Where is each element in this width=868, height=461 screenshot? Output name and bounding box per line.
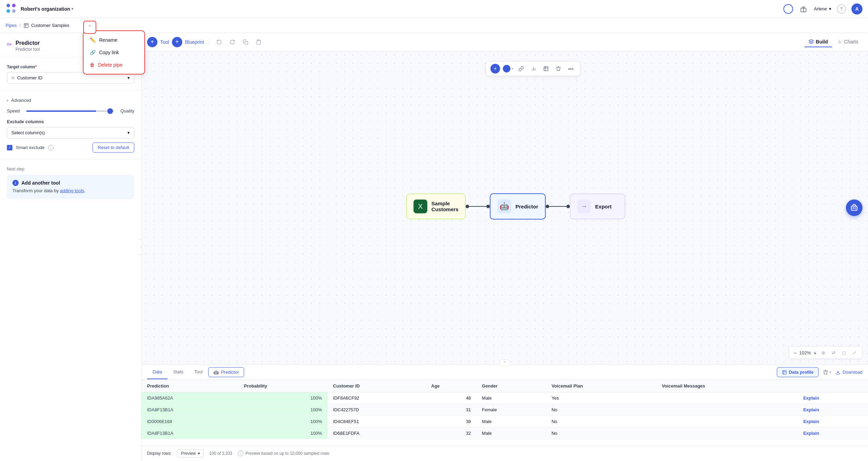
help-icon[interactable]: ? [837,4,846,13]
exclude-columns-select[interactable]: Select column(s) ▾ [7,127,134,138]
col-voicemail-plan: Voicemail Plan [546,380,656,392]
zoom-level: 102% [799,350,811,355]
collapse-sidebar-button[interactable]: ◀ [138,239,142,255]
color-dropdown-icon[interactable]: ▾ [512,67,513,70]
gift-icon[interactable] [799,4,808,14]
charts-tab[interactable]: Charts [833,37,862,47]
explain-link[interactable]: Explain [803,407,819,412]
trash-action[interactable]: ▾ [823,370,831,375]
next-step-section: Next step i Add another tool Transform y… [0,160,141,206]
blueprint-canvas[interactable]: + ▾ ••• [142,51,868,364]
breadcrumb-chevron-button[interactable]: ˅ [83,21,96,34]
quality-label: Quality [118,108,134,114]
speed-row: Speed Quality [7,108,134,114]
reset-to-default-button[interactable]: Reset to default [93,143,134,153]
smart-exclude-checkbox[interactable]: ✓ [7,145,12,150]
data-tab-stats[interactable]: Stats [167,365,189,379]
rename-icon: ✏️ [90,37,96,43]
color-selector-group[interactable]: ▾ [503,65,513,72]
export-image-button[interactable]: ◻ [840,349,848,356]
rename-item[interactable]: ✏️ Rename [84,34,144,46]
more-options-button[interactable]: ••• [566,64,576,73]
fit-view-button[interactable]: ⊕ [819,349,827,356]
prediction-cell: IDA8F13B1A [142,404,239,416]
undo-button[interactable] [214,37,224,47]
explain-link[interactable]: Explain [803,419,819,424]
dropdown-chevron-icon: ▾ [127,130,130,135]
next-step-description: Transform your data by adding tools. [12,187,129,194]
voicemail-plan-cell: No [546,428,656,439]
delete-node-button[interactable] [553,64,563,73]
source-node[interactable]: X Sample Customers [406,194,466,219]
paste-button[interactable] [253,37,264,47]
gender-cell: Male [476,416,546,428]
trash-icon: 🗑 [90,62,95,68]
smart-exclude-info-icon[interactable]: i [48,145,54,150]
svg-point-1 [12,4,16,7]
speed-slider[interactable] [26,110,114,112]
customer-id-cell: IDF8A6CF92 [328,392,426,404]
advanced-toggle[interactable]: › Advanced [7,98,134,103]
user-menu[interactable]: Arlene ▾ [814,6,831,11]
org-name[interactable]: Robert's organization ▾ [21,6,73,12]
build-icon [809,39,814,44]
table-icon [23,23,29,28]
download-button[interactable]: Download [836,370,862,375]
fullscreen-button[interactable]: ⤢ [850,349,858,356]
breadcrumb-bar: Pipes / Customer Samples ˅ ✏️ Rename 🔗 C… [0,18,868,33]
row-count: 100 of 3,333 [209,451,232,456]
table-row: ID0006E168 100% ID4C84EF51 39 Male No Ex… [142,416,868,428]
user-chevron-icon: ▾ [829,6,831,11]
node-add-button[interactable]: + [490,64,500,73]
predictor-tab-button[interactable]: 🤖 Predictor [208,367,244,377]
delete-pipe-item[interactable]: 🗑 Delete pipe [84,59,144,71]
redo-button[interactable] [227,37,238,47]
link-nodes-button[interactable] [516,64,526,73]
fab-button[interactable] [846,199,862,216]
table-view-button[interactable] [541,64,551,73]
blueprint-tab[interactable]: Blueprint [185,38,204,46]
explain-link[interactable]: Explain [803,395,819,401]
data-tabs: Data Stats Tool 🤖 Predictor [147,365,244,379]
voicemail-plan-cell: No [546,404,656,416]
col-age: Age [426,380,476,392]
copy-button[interactable] [240,37,251,47]
customer-id-cell: ID4C84EF51 [328,416,426,428]
preview-select[interactable]: Preview ▾ [177,449,204,458]
tool-tab[interactable]: Tool [160,38,169,46]
sidebar-title-text: Predictor Predictor tool [16,40,40,52]
explain-link[interactable]: Explain [803,431,819,436]
export-node[interactable]: → Export [570,194,625,219]
breadcrumb-pipes[interactable]: Pipes [6,23,17,28]
age-cell: 48 [426,392,476,404]
panel-expand-button[interactable]: ˅ [499,359,510,366]
customer-id-cell: IDC422757D [328,404,426,416]
zoom-in-button[interactable]: + [813,350,817,356]
next-step-label: Next step [7,167,134,171]
logo[interactable] [6,3,17,15]
toolbar-separator [209,39,209,46]
circle-icon[interactable] [783,4,793,14]
data-tab-data[interactable]: Data [147,365,167,379]
chevron-right-icon: › [7,98,8,103]
share-button[interactable]: ⇄ [830,349,837,356]
data-profile-button[interactable]: Data profile [777,367,819,377]
predictor-node-title: Predictor [515,204,538,209]
table-row: IDA8F13B1A 100% IDC422757D 31 Female No … [142,404,868,416]
exclude-columns-section: Exclude columns Select column(s) ▾ [7,119,134,138]
add-tool-button[interactable]: + [147,37,157,47]
add-blueprint-button[interactable]: + [172,37,182,47]
excel-icon: X [414,199,427,213]
copy-link-item[interactable]: 🔗 Copy link [84,46,144,59]
zoom-out-button[interactable]: − [793,350,797,356]
age-cell: 32 [426,428,476,439]
charts-icon [837,39,842,44]
bar-chart-button[interactable] [529,64,538,73]
predictor-node[interactable]: 🤖 Predictor [490,193,546,219]
data-tab-tool[interactable]: Tool [189,365,208,379]
adding-tools-link[interactable]: adding tools [60,188,84,193]
avatar[interactable]: A [851,3,862,14]
build-tab[interactable]: Build [804,37,832,47]
color-selector[interactable] [503,65,510,72]
sidebar-title-group: ✏ Predictor Predictor tool [7,40,40,52]
